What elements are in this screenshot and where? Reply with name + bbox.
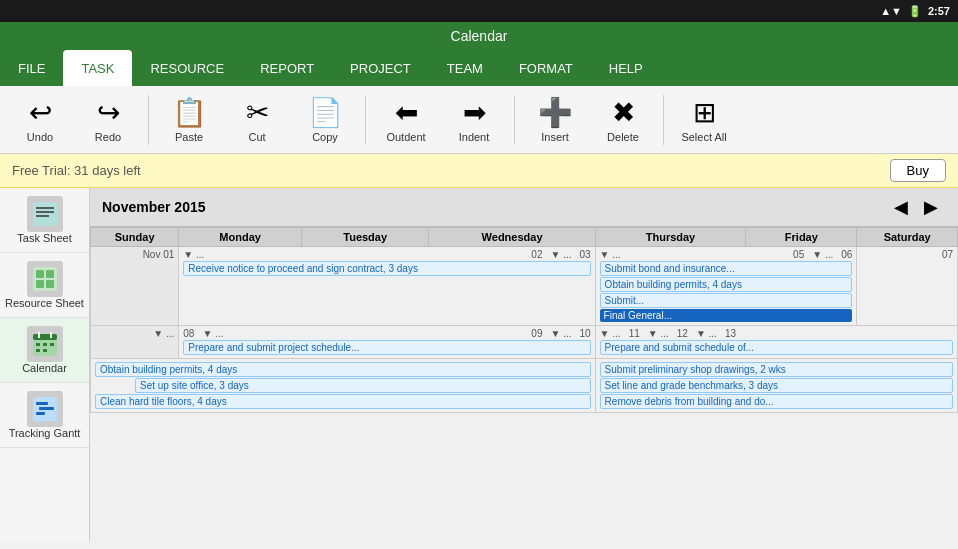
toolbar-sep-3 [514,95,515,145]
svg-rect-7 [36,280,44,288]
insert-button[interactable]: ➕ Insert [523,90,587,150]
date-number: ▼ ...05▼ ...06 [600,249,853,260]
date-number: ▼ ...02▼ ...03 [183,249,590,260]
task-bar-permits[interactable]: Obtain building permits, 4 days [600,277,853,292]
toolbar: ↩ Undo ↪ Redo 📋 Paste ✂ Cut 📄 Copy ⬅ Out… [0,86,958,154]
indent-label: Indent [459,131,490,143]
title-bar: Calendar [0,22,958,50]
insert-icon: ➕ [538,96,573,129]
select-all-button[interactable]: ⊞ Select All [672,90,736,150]
app-title: Calendar [451,28,508,44]
tab-bar: FILE TASK RESOURCE REPORT PROJECT TEAM F… [0,50,958,86]
date-number: 07 [861,249,953,260]
day-cell[interactable]: Obtain building permits, 4 days Set up s… [91,359,596,413]
day-cell[interactable]: ▼ ...02▼ ...03 Receive notice to proceed… [179,247,595,326]
task-bar-office[interactable]: Set up site office, 3 days [135,378,591,393]
undo-button[interactable]: ↩ Undo [8,90,72,150]
task-bar-benchmarks[interactable]: Set line and grade benchmarks, 3 days [600,378,953,393]
task-bar-permits2[interactable]: Obtain building permits, 4 days [95,362,591,377]
copy-button[interactable]: 📄 Copy [293,90,357,150]
select-all-icon: ⊞ [693,96,716,129]
table-row: Obtain building permits, 4 days Set up s… [91,359,958,413]
col-friday: Friday [746,228,857,247]
tab-team[interactable]: TEAM [429,50,501,86]
svg-rect-20 [39,407,54,410]
task-bar-drawings[interactable]: Submit preliminary shop drawings, 2 wks [600,362,953,377]
svg-rect-17 [43,349,47,352]
table-row: ▼ ... 08▼ ...09▼ ...10 Prepare and submi… [91,326,958,359]
calendar-label: Calendar [22,362,67,374]
calendar-area: November 2015 ◀ ▶ Sunday Monday Tuesday … [90,188,958,541]
tab-help[interactable]: HELP [591,50,661,86]
day-cell[interactable]: ▼ ...05▼ ...06 Submit bond and insurance… [595,247,857,326]
col-saturday: Saturday [857,228,958,247]
outdent-icon: ⬅ [395,96,418,129]
day-cell[interactable]: 08▼ ...09▼ ...10 Prepare and submit proj… [179,326,595,359]
svg-rect-8 [46,280,54,288]
task-bar-submit[interactable]: Submit... [600,293,853,308]
cut-label: Cut [248,131,265,143]
task-bar-schedule2[interactable]: Prepare and submit schedule of... [600,340,953,355]
delete-button[interactable]: ✖ Delete [591,90,655,150]
status-bar: ▲▼ 🔋 2:57 [0,0,958,22]
tab-resource[interactable]: RESOURCE [132,50,242,86]
date-number: ▼ ...11▼ ...12▼ ...13 [600,328,953,339]
task-bar-floors[interactable]: Clean hard tile floors, 4 days [95,394,591,409]
toolbar-sep-2 [365,95,366,145]
calendar-month: November 2015 [102,199,886,215]
task-bar-schedule[interactable]: Prepare and submit project schedule... [183,340,590,355]
col-sunday: Sunday [91,228,179,247]
svg-rect-5 [36,270,44,278]
date-number: ▼ ... [95,328,174,339]
sidebar: Task Sheet Resource Sheet [0,188,90,541]
day-cell[interactable]: Submit preliminary shop drawings, 2 wks … [595,359,957,413]
toolbar-sep-4 [663,95,664,145]
paste-label: Paste [175,131,203,143]
outdent-button[interactable]: ⬅ Outdent [374,90,438,150]
day-cell[interactable]: ▼ ... [91,326,179,359]
buy-button[interactable]: Buy [890,159,946,182]
select-all-label: Select All [681,131,726,143]
tab-report[interactable]: REPORT [242,50,332,86]
svg-rect-19 [36,402,48,405]
delete-icon: ✖ [612,96,635,129]
redo-label: Redo [95,131,121,143]
indent-icon: ➡ [463,96,486,129]
trial-banner: Free Trial: 31 days left Buy [0,154,958,188]
tracking-gantt-icon [27,391,63,427]
col-tuesday: Tuesday [301,228,429,247]
svg-rect-6 [46,270,54,278]
undo-label: Undo [27,131,53,143]
next-month-button[interactable]: ▶ [916,194,946,220]
task-bar[interactable]: Receive notice to proceed and sign contr… [183,261,590,276]
day-cell[interactable]: Nov 01 [91,247,179,326]
tab-file[interactable]: FILE [0,50,63,86]
resource-sheet-label: Resource Sheet [5,297,84,309]
paste-button[interactable]: 📋 Paste [157,90,221,150]
insert-label: Insert [541,131,569,143]
indent-button[interactable]: ➡ Indent [442,90,506,150]
day-cell[interactable]: ▼ ...11▼ ...12▼ ...13 Prepare and submit… [595,326,957,359]
svg-rect-16 [36,349,40,352]
paste-icon: 📋 [172,96,207,129]
svg-rect-10 [33,334,57,340]
redo-button[interactable]: ↪ Redo [76,90,140,150]
task-bar-final[interactable]: Final General... [600,309,853,322]
task-sheet-label: Task Sheet [17,232,71,244]
tab-format[interactable]: FORMAT [501,50,591,86]
redo-icon: ↪ [97,96,120,129]
tab-task[interactable]: TASK [63,50,132,86]
table-row: Nov 01 ▼ ...02▼ ...03 Receive notice to … [91,247,958,326]
sidebar-item-resource-sheet[interactable]: Resource Sheet [0,253,89,318]
tab-project[interactable]: PROJECT [332,50,429,86]
task-bar-bond[interactable]: Submit bond and insurance... [600,261,853,276]
day-cell[interactable]: 07 [857,247,958,326]
task-bar-debris[interactable]: Remove debris from building and do... [600,394,953,409]
task-sheet-icon [27,196,63,232]
prev-month-button[interactable]: ◀ [886,194,916,220]
sidebar-item-tracking-gantt[interactable]: Tracking Gantt [0,383,89,448]
cut-button[interactable]: ✂ Cut [225,90,289,150]
cut-icon: ✂ [246,96,269,129]
sidebar-item-task-sheet[interactable]: Task Sheet [0,188,89,253]
sidebar-item-calendar[interactable]: Calendar [0,318,89,383]
